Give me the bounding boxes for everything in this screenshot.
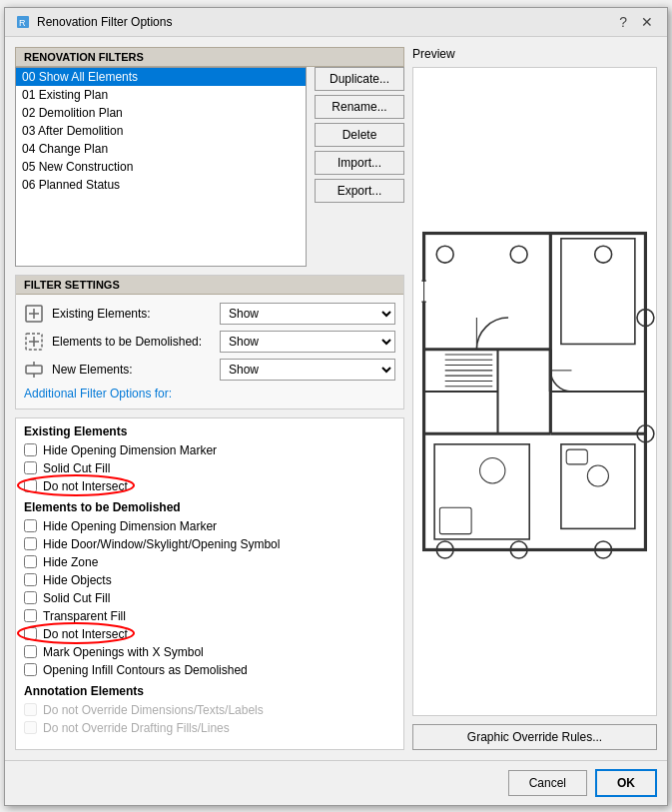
svg-rect-40 (566, 449, 587, 464)
filter-item-4[interactable]: 04 Change Plan (16, 140, 306, 158)
existing-hide-opening-checkbox[interactable] (24, 443, 37, 456)
dem-do-not-intersect-label: Do not Intersect (43, 627, 128, 641)
ann-dimensions-checkbox (24, 703, 37, 716)
ann-drafting-label: Do not Override Drafting Fills/Lines (43, 721, 230, 735)
dem-mark-openings-checkbox[interactable] (24, 645, 37, 658)
filter-item-6[interactable]: 06 Planned Status (16, 176, 306, 194)
dem-hide-zone: Hide Zone (24, 554, 395, 570)
help-button[interactable]: ? (615, 15, 631, 29)
import-button[interactable]: Import... (315, 151, 404, 175)
dialog-body: RENOVATION FILTERS 00 Show All Elements … (5, 37, 667, 760)
dem-hide-zone-label: Hide Zone (43, 555, 98, 569)
dem-transparent-fill: Transparent Fill (24, 608, 395, 624)
filter-settings-section: FILTER SETTINGS Existing Ele (15, 275, 404, 409)
rename-button[interactable]: Rename... (315, 95, 404, 119)
renovation-filters-section: RENOVATION FILTERS 00 Show All Elements … (15, 47, 404, 267)
close-button[interactable]: ✕ (637, 15, 657, 29)
duplicate-button[interactable]: Duplicate... (315, 67, 404, 91)
dem-hide-opening-label: Hide Opening Dimension Marker (43, 519, 217, 533)
left-panel: RENOVATION FILTERS 00 Show All Elements … (15, 47, 404, 750)
dem-opening-infill-checkbox[interactable] (24, 663, 37, 676)
dem-hide-zone-checkbox[interactable] (24, 555, 37, 568)
dem-do-not-intersect-checkbox[interactable] (24, 627, 37, 640)
filter-settings-body: Existing Elements: Show Hide Gray (16, 295, 403, 408)
filter-list-container: 00 Show All Elements 01 Existing Plan 02… (15, 67, 307, 267)
svg-rect-8 (26, 366, 42, 374)
svg-text:R: R (19, 18, 26, 28)
svg-point-41 (587, 464, 608, 485)
additional-filter-link[interactable]: Additional Filter Options for: (24, 387, 395, 401)
dem-hide-objects-checkbox[interactable] (24, 573, 37, 586)
export-button[interactable]: Export... (315, 179, 404, 203)
delete-button[interactable]: Delete (315, 123, 404, 147)
dem-transparent-fill-label: Transparent Fill (43, 609, 126, 623)
dem-solid-cut-checkbox[interactable] (24, 591, 37, 604)
ok-button[interactable]: OK (595, 769, 657, 797)
dem-hide-opening-checkbox[interactable] (24, 519, 37, 532)
ann-drafting: Do not Override Drafting Fills/Lines (24, 720, 395, 736)
dem-hide-door: Hide Door/Window/Skylight/Opening Symbol (24, 536, 395, 552)
scrollable-options: Existing Elements Hide Opening Dimension… (15, 417, 404, 750)
filter-item-1[interactable]: 01 Existing Plan (16, 86, 306, 104)
dem-hide-opening: Hide Opening Dimension Marker (24, 518, 395, 534)
filter-item-2[interactable]: 02 Demolition Plan (16, 104, 306, 122)
dem-hide-objects-label: Hide Objects (43, 573, 112, 587)
title-bar: R Renovation Filter Options ? ✕ (5, 8, 667, 37)
existing-hide-opening-label: Hide Opening Dimension Marker (43, 443, 217, 457)
new-elements-icon (24, 360, 44, 380)
dem-do-not-intersect: Do not Intersect (24, 626, 395, 642)
dem-hide-door-checkbox[interactable] (24, 537, 37, 550)
preview-svg (413, 68, 656, 715)
existing-do-not-intersect-checkbox[interactable] (24, 479, 37, 492)
filter-item-0[interactable]: 00 Show All Elements (16, 68, 306, 86)
existing-elements-select[interactable]: Show Hide Gray (220, 303, 395, 325)
filter-item-3[interactable]: 03 After Demolition (16, 122, 306, 140)
svg-point-30 (510, 246, 527, 263)
existing-do-not-intersect-label: Do not Intersect (43, 479, 128, 493)
cancel-button[interactable]: Cancel (508, 770, 587, 796)
existing-elements-row: Existing Elements: Show Hide Gray (24, 303, 395, 325)
dialog-title: Renovation Filter Options (37, 15, 172, 29)
dialog-icon: R (15, 14, 31, 30)
title-bar-controls: ? ✕ (615, 15, 657, 29)
filter-settings-header: FILTER SETTINGS (16, 276, 403, 295)
ann-drafting-checkbox (24, 721, 37, 734)
dem-transparent-fill-checkbox[interactable] (24, 609, 37, 622)
dem-opening-infill-label: Opening Infill Contours as Demolished (43, 663, 248, 677)
svg-point-31 (595, 246, 612, 263)
existing-solid-cut: Solid Cut Fill (24, 460, 395, 476)
existing-solid-cut-label: Solid Cut Fill (43, 461, 110, 475)
filter-item-5[interactable]: 05 New Construction (16, 158, 306, 176)
title-bar-left: R Renovation Filter Options (15, 14, 172, 30)
dem-solid-cut: Solid Cut Fill (24, 590, 395, 606)
dem-mark-openings: Mark Openings with X Symbol (24, 644, 395, 660)
demolished-elements-row: Elements to be Demolished: Show Hide Gra… (24, 331, 395, 353)
demolished-elements-icon (24, 332, 44, 352)
dem-hide-door-label: Hide Door/Window/Skylight/Opening Symbol (43, 537, 280, 551)
dialog-footer: Cancel OK (5, 760, 667, 805)
preview-label: Preview (412, 47, 657, 61)
existing-hide-opening: Hide Opening Dimension Marker (24, 442, 395, 458)
new-elements-label: New Elements: (52, 363, 212, 377)
right-panel: Preview (412, 47, 657, 750)
preview-area (412, 67, 657, 716)
demolished-elements-label: Elements to be Demolished: (52, 335, 212, 349)
existing-solid-cut-checkbox[interactable] (24, 461, 37, 474)
main-area: RENOVATION FILTERS 00 Show All Elements … (15, 47, 657, 750)
filter-list: 00 Show All Elements 01 Existing Plan 02… (16, 68, 306, 266)
svg-point-29 (436, 246, 453, 263)
new-elements-select[interactable]: Show Hide Gray (220, 359, 395, 381)
svg-rect-37 (561, 238, 635, 344)
demolished-elements-title: Elements to be Demolished (24, 500, 395, 514)
dem-hide-objects: Hide Objects (24, 572, 395, 588)
new-elements-row: New Elements: Show Hide Gray (24, 359, 395, 381)
existing-elements-label: Existing Elements: (52, 307, 212, 321)
filter-list-area: 00 Show All Elements 01 Existing Plan 02… (15, 67, 404, 267)
graphic-override-button[interactable]: Graphic Override Rules... (412, 724, 657, 750)
demolished-elements-select[interactable]: Show Hide Gray (220, 331, 395, 353)
renovation-filters-header: RENOVATION FILTERS (15, 47, 404, 67)
filter-buttons: Duplicate... Rename... Delete Import... … (315, 67, 404, 267)
existing-elements-title: Existing Elements (24, 424, 395, 438)
existing-elements-icon (24, 304, 44, 324)
svg-rect-38 (434, 443, 529, 538)
